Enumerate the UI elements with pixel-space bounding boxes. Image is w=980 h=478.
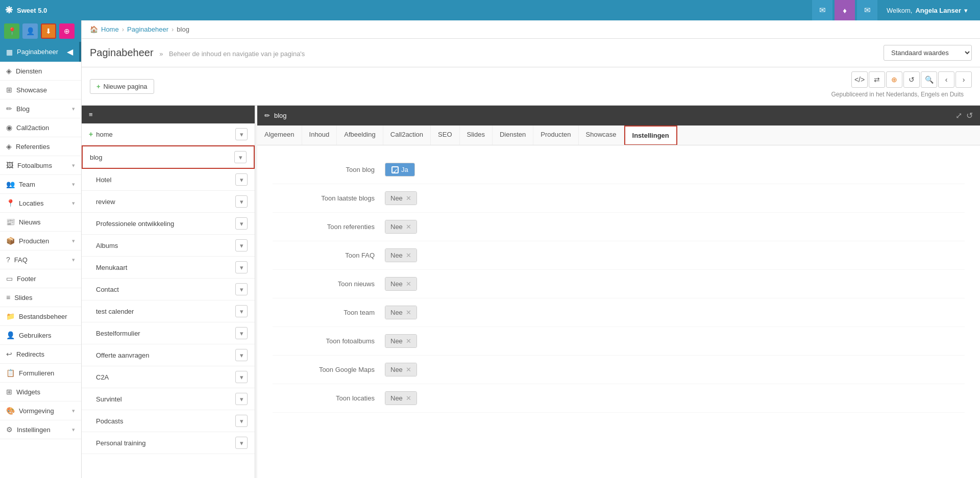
sidebar-item-footer[interactable]: ▭Footer [0, 269, 81, 288]
toon-blog-yes[interactable]: ✓ Ja [385, 163, 414, 176]
tree-c2a-arrow[interactable]: ▾ [235, 371, 248, 383]
toon-nieuws-x-icon[interactable]: ✕ [406, 280, 411, 288]
toon-locaties-toggle[interactable]: Nee ✕ [385, 391, 417, 405]
tab-slides[interactable]: Slides [460, 125, 493, 145]
sidebar-item-blog[interactable]: ✏Blog ▾ [0, 99, 81, 118]
toon-referenties-toggle[interactable]: Nee ✕ [385, 220, 417, 234]
sidebar-item-faq[interactable]: ?FAQ ▾ [0, 250, 81, 269]
sidebar-item-instellingen[interactable]: ⚙Instellingen ▾ [0, 420, 81, 439]
tab-call2action[interactable]: Call2action [383, 125, 431, 145]
tree-item-bestelformulier[interactable]: Bestelformulier ▾ [82, 322, 255, 344]
tree-professionele-arrow[interactable]: ▾ [235, 217, 248, 230]
tree-item-hotel[interactable]: Hotel ▾ [82, 169, 255, 191]
toon-faq-x-icon[interactable]: ✕ [406, 251, 411, 259]
tree-personal-training-arrow[interactable]: ▾ [235, 437, 248, 449]
tab-diensten[interactable]: Diensten [493, 125, 533, 145]
breadcrumb-paginabeheer-link[interactable]: Paginabeheer [127, 26, 168, 33]
tree-bestelformulier-arrow[interactable]: ▾ [235, 327, 248, 339]
toon-locaties-no[interactable]: Nee ✕ [385, 392, 416, 405]
sidebar-item-paginabeheer[interactable]: ▦ Paginabeheer ◀ [0, 42, 81, 62]
sidebar-item-bestandsbeheer[interactable]: 📁Bestandsbeheer [0, 307, 81, 326]
settings-refresh-icon[interactable]: ↺ [966, 111, 973, 120]
sidebar-item-diensten[interactable]: ◈Diensten [0, 62, 81, 81]
sidebar-location-btn[interactable]: 📍 [4, 23, 19, 39]
toon-fotoalbums-no[interactable]: Nee ✕ [385, 335, 416, 347]
sidebar-share-btn[interactable]: ⊕ [59, 23, 75, 39]
tree-contact-arrow[interactable]: ▾ [235, 283, 248, 295]
sidebar-item-vormgeving[interactable]: 🎨Vormgeving ▾ [0, 401, 81, 420]
tab-instellingen[interactable]: Instellingen [624, 125, 677, 145]
sidebar-user-btn[interactable]: 👤 [22, 23, 38, 39]
toon-faq-toggle[interactable]: Nee ✕ [385, 248, 417, 262]
shield-icon-btn[interactable]: ♦ [835, 0, 855, 20]
tree-home-arrow[interactable]: ▾ [235, 128, 248, 140]
toon-nieuws-toggle[interactable]: Nee ✕ [385, 277, 417, 291]
sidebar-item-call2action[interactable]: ◉Call2action [0, 118, 81, 137]
tab-algemeen[interactable]: Algemeen [257, 125, 302, 145]
tree-podcasts-arrow[interactable]: ▾ [235, 415, 248, 427]
toon-fotoalbums-toggle[interactable]: Nee ✕ [385, 334, 417, 348]
breadcrumb-home-link[interactable]: Home [101, 26, 119, 33]
toon-team-no[interactable]: Nee ✕ [385, 306, 416, 319]
sidebar-item-locaties[interactable]: 📍Locaties ▾ [0, 194, 81, 213]
tab-producten[interactable]: Producten [533, 125, 578, 145]
tree-item-review[interactable]: review ▾ [82, 191, 255, 213]
toon-faq-no[interactable]: Nee ✕ [385, 249, 416, 262]
toon-referenties-x-icon[interactable]: ✕ [406, 223, 411, 231]
toon-google-maps-no[interactable]: Nee ✕ [385, 363, 416, 376]
sidebar-item-widgets[interactable]: ⊞Widgets [0, 383, 81, 401]
toon-laatste-blogs-toggle[interactable]: Nee ✕ [385, 191, 417, 205]
toon-fotoalbums-x-icon[interactable]: ✕ [406, 337, 411, 345]
tree-item-testcalender[interactable]: test calender ▾ [82, 300, 255, 322]
sidebar-item-slides[interactable]: ≡Slides [0, 288, 81, 307]
tab-seo[interactable]: SEO [431, 125, 459, 145]
sidebar-item-showcase[interactable]: ⊞Showcase [0, 81, 81, 99]
tree-item-podcasts[interactable]: Podcasts ▾ [82, 410, 255, 432]
share-btn[interactable]: ⇄ [869, 71, 885, 88]
tree-item-professionele[interactable]: Professionele ontwikkeling ▾ [82, 213, 255, 235]
standaard-waardes-dropdown[interactable]: Standaard waardes Optie 2 [884, 45, 972, 61]
tree-item-contact[interactable]: Contact ▾ [82, 279, 255, 300]
sidebar-item-fotoalbums[interactable]: 🖼Fotoalbums ▾ [0, 156, 81, 175]
tree-survintel-arrow[interactable]: ▾ [235, 393, 248, 405]
toon-laatste-blogs-no[interactable]: Nee ✕ [385, 192, 416, 205]
sidebar-download-btn[interactable]: ⬇ [41, 23, 56, 39]
toon-blog-toggle[interactable]: ✓ Ja [385, 163, 415, 177]
tree-item-home[interactable]: + home ▾ [82, 123, 255, 145]
sidebar-item-referenties[interactable]: ◈Referenties [0, 137, 81, 156]
toon-google-maps-x-icon[interactable]: ✕ [406, 366, 411, 373]
toon-nieuws-no[interactable]: Nee ✕ [385, 278, 416, 290]
tree-item-survintel[interactable]: Survintel ▾ [82, 388, 255, 410]
tree-item-menukaart[interactable]: Menukaart ▾ [82, 257, 255, 279]
tree-hotel-arrow[interactable]: ▾ [235, 173, 248, 186]
toon-laatste-blogs-x-icon[interactable]: ✕ [406, 194, 411, 202]
sidebar-item-nieuws[interactable]: 📰Nieuws [0, 213, 81, 232]
user-menu[interactable]: Welkom, Angela Lanser ▾ [879, 0, 975, 20]
toon-google-maps-toggle[interactable]: Nee ✕ [385, 363, 417, 376]
tab-afbeelding[interactable]: Afbeelding [337, 125, 383, 145]
toon-team-toggle[interactable]: Nee ✕ [385, 306, 417, 319]
code-btn[interactable]: </> [851, 71, 868, 88]
sidebar-item-gebruikers[interactable]: 👤Gebruikers [0, 326, 81, 345]
new-page-button[interactable]: + Nieuwe pagina [90, 79, 154, 94]
toon-team-x-icon[interactable]: ✕ [406, 309, 411, 316]
tree-item-offerte[interactable]: Offerte aanvragen ▾ [82, 344, 255, 366]
tree-blog-arrow[interactable]: ▾ [234, 151, 247, 163]
settings-expand-icon[interactable]: ⤢ [955, 111, 962, 120]
sidebar-item-redirects[interactable]: ↩Redirects [0, 345, 81, 364]
tree-item-albums[interactable]: Albums ▾ [82, 235, 255, 257]
tree-item-blog[interactable]: blog ▾ [82, 145, 255, 169]
tree-btn[interactable]: ⊕ [886, 71, 902, 88]
sidebar-item-producten[interactable]: 📦Producten ▾ [0, 232, 81, 250]
tab-inhoud[interactable]: Inhoud [302, 125, 337, 145]
search-btn[interactable]: 🔍 [921, 71, 937, 88]
sidebar-item-formulieren[interactable]: 📋Formulieren [0, 364, 81, 383]
tree-offerte-arrow[interactable]: ▾ [235, 349, 248, 361]
tab-showcase[interactable]: Showcase [579, 125, 624, 145]
tree-albums-arrow[interactable]: ▾ [235, 239, 248, 251]
sidebar-item-team[interactable]: 👥Team ▾ [0, 175, 81, 194]
tree-review-arrow[interactable]: ▾ [235, 195, 248, 208]
refresh-btn[interactable]: ↺ [903, 71, 920, 88]
toon-referenties-no[interactable]: Nee ✕ [385, 220, 416, 233]
toon-locaties-x-icon[interactable]: ✕ [406, 394, 411, 402]
